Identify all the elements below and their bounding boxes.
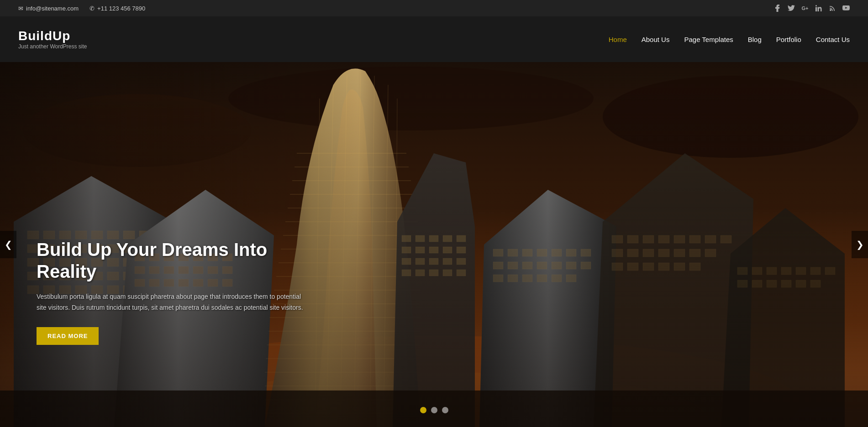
main-nav: Home About Us Page Templates Blog Portfo… [609, 34, 850, 45]
svg-point-0 [830, 9, 831, 11]
site-header: BuildUp Just another WordPress site Home… [0, 16, 868, 62]
phone-contact: ✆ +11 123 456 7890 [89, 5, 145, 12]
youtube-icon[interactable] [842, 5, 850, 12]
social-icons-group: G+ [774, 5, 850, 12]
prev-slide-button[interactable]: ❮ [0, 231, 16, 258]
nav-portfolio[interactable]: Portfolio [776, 34, 801, 45]
read-more-button[interactable]: READ MORE [37, 327, 99, 345]
prev-arrow-icon: ❮ [5, 239, 12, 250]
nav-about[interactable]: About Us [642, 34, 670, 45]
nav-contact[interactable]: Contact Us [816, 34, 850, 45]
logo-title[interactable]: BuildUp [18, 29, 87, 43]
slider-dots [420, 407, 448, 413]
twitter-icon[interactable] [788, 5, 795, 12]
nav-blog[interactable]: Blog [748, 34, 762, 45]
nav-page-templates[interactable]: Page Templates [684, 34, 733, 45]
slide-dot-3[interactable] [442, 407, 448, 413]
email-text: info@sitename.com [26, 5, 79, 12]
top-bar-contact: ✉ info@sitename.com ✆ +11 123 456 7890 [18, 5, 145, 12]
googleplus-icon[interactable]: G+ [801, 5, 809, 12]
email-contact: ✉ info@sitename.com [18, 5, 79, 12]
next-arrow-icon: ❯ [856, 239, 864, 250]
facebook-icon[interactable] [774, 5, 781, 12]
rss-icon[interactable] [829, 5, 836, 12]
linkedin-icon[interactable] [815, 5, 822, 12]
hero-content: Build Up Your Dreams Into Reality Vestib… [37, 239, 310, 345]
slide-dot-2[interactable] [431, 407, 437, 413]
nav-home[interactable]: Home [609, 34, 627, 45]
slide-dot-1[interactable] [420, 407, 426, 413]
hero-section: ❮ Build Up Your Dreams Into Reality Vest… [0, 62, 868, 427]
logo: BuildUp Just another WordPress site [18, 29, 87, 50]
logo-subtitle: Just another WordPress site [18, 43, 87, 50]
phone-icon: ✆ [89, 5, 95, 12]
hero-title: Build Up Your Dreams Into Reality [37, 239, 310, 282]
email-icon: ✉ [18, 5, 23, 12]
next-slide-button[interactable]: ❯ [852, 231, 868, 258]
top-bar: ✉ info@sitename.com ✆ +11 123 456 7890 G… [0, 0, 868, 16]
phone-text: +11 123 456 7890 [97, 5, 145, 12]
hero-description: Vestibulum porta ligula at quam suscipit… [37, 292, 310, 313]
